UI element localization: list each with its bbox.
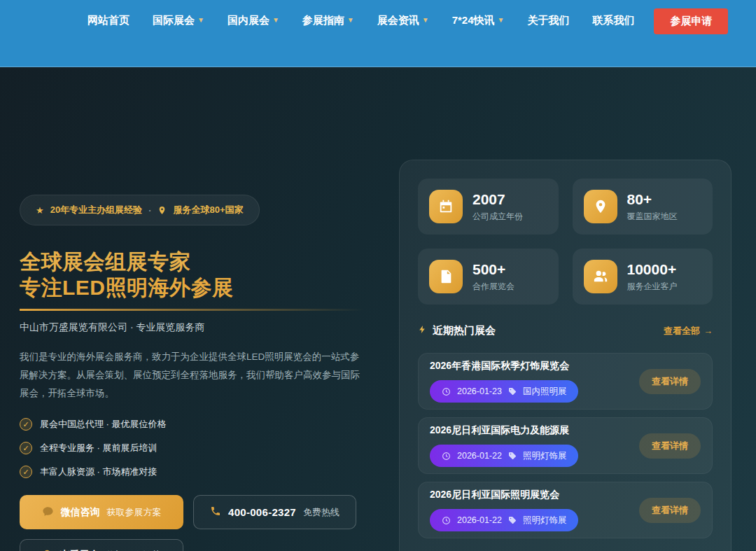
wechat-consult-button[interactable]: 微信咨询 获取参展方案	[20, 495, 183, 529]
stat-card-clients: 10000+ 服务企业客户	[573, 249, 713, 305]
chevron-down-icon: ▼	[272, 17, 279, 24]
bullet-text: 全程专业服务 · 展前展后培训	[40, 442, 158, 454]
title-line-1: 全球展会组展专家	[20, 249, 365, 274]
experience-badge: ★ 20年专业主办组展经验 · 服务全球80+国家	[20, 195, 260, 225]
expo-list: 2026年香港国际秋季灯饰展览会 2026-01-23 国内照明展 查看详情 2…	[418, 353, 713, 538]
page-title: 全球展会组展专家 专注LED照明海外参展	[20, 249, 365, 300]
view-details-button[interactable]: 查看详情	[639, 433, 701, 459]
nav-item-label: 联系我们	[592, 14, 634, 27]
stat-text: 500+ 合作展览会	[472, 261, 514, 293]
nav-item-label: 关于我们	[527, 14, 569, 27]
company-subtitle: 中山市万盛展览有限公司 · 专业展览服务商	[20, 321, 365, 334]
nav-item-label: 网站首页	[88, 14, 130, 27]
stat-card-founded: 2007 公司成立年份	[418, 179, 559, 235]
stat-text: 10000+ 服务企业客户	[627, 261, 678, 293]
stat-value: 2007	[472, 191, 523, 208]
lightning-icon	[418, 324, 427, 337]
tag-icon	[508, 387, 517, 396]
hotline-button[interactable]: 400-006-2327 免费热线	[193, 495, 356, 529]
expo-meta-pill: 2026-01-23 国内照明展	[430, 380, 578, 403]
location-pin-icon	[158, 206, 167, 215]
nav-item-exhibitor-guide[interactable]: 参展指南▼	[302, 14, 354, 27]
badge-experience-text: 20年专业主办组展经验	[50, 204, 142, 216]
hero-section: ★ 20年专业主办组展经验 · 服务全球80+国家 全球展会组展专家 专注LED…	[0, 67, 756, 551]
check-icon: ✓	[20, 466, 32, 478]
expo-info: 2026尼日利亚国际照明展览会 2026-01-22 照明灯饰展	[430, 489, 578, 531]
chevron-down-icon: ▼	[347, 17, 354, 24]
hero-actions: 微信咨询 获取参展方案 400-006-2327 免费热线	[20, 495, 365, 529]
hero-left-column: ★ 20年专业主办组展经验 · 服务全球80+国家 全球展会组展专家 专注LED…	[20, 195, 365, 551]
info-panel: 2007 公司成立年份 80+ 覆盖国家地区 500+ 合作展览会	[399, 160, 732, 551]
nav-links: 网站首页 国际展会▼ 国内展会▼ 参展指南▼ 展会资讯▼ 7*24快讯▼ 关于我…	[88, 8, 634, 32]
expo-list-item[interactable]: 2026年香港国际秋季灯饰展览会 2026-01-23 国内照明展 查看详情	[418, 353, 713, 410]
feature-bullet: ✓ 全程专业服务 · 展前展后培训	[20, 442, 365, 454]
view-details-button[interactable]: 查看详情	[639, 498, 701, 523]
view-details-button[interactable]: 查看详情	[639, 369, 701, 394]
stat-value: 500+	[472, 261, 514, 278]
check-icon: ✓	[20, 442, 32, 454]
hero-description: 我们是专业的海外展会服务商，致力于为企业提供全球LED照明展览会的一站式参展解决…	[20, 348, 365, 403]
nav-item-domestic-expo[interactable]: 国内展会▼	[227, 14, 279, 27]
feature-bullet: ✓ 丰富人脉资源 · 市场精准对接	[20, 466, 365, 478]
feature-bullet: ✓ 展会中国总代理 · 最优展位价格	[20, 418, 365, 431]
calendar-icon	[429, 190, 463, 223]
expo-title: 2026尼日利亚国际照明展览会	[430, 489, 578, 501]
stat-label: 覆盖国家地区	[627, 211, 678, 223]
feature-bullets: ✓ 展会中国总代理 · 最优展位价格 ✓ 全程专业服务 · 展前展后培训 ✓ 丰…	[20, 418, 365, 478]
arrow-right-icon: →	[704, 326, 713, 336]
stat-card-countries: 80+ 覆盖国家地区	[573, 179, 713, 235]
apply-exhibit-button[interactable]: 参展申请	[654, 8, 728, 34]
wechat-icon	[42, 505, 54, 519]
phone-icon	[210, 505, 221, 519]
browse-expos-button[interactable]: 查看展会 热门展会推荐	[20, 539, 183, 551]
stat-text: 80+ 覆盖国家地区	[627, 191, 678, 223]
top-navbar: 网站首页 国际展会▼ 国内展会▼ 参展指南▼ 展会资讯▼ 7*24快讯▼ 关于我…	[0, 0, 756, 67]
nav-item-724-news[interactable]: 7*24快讯▼	[452, 14, 505, 27]
tag-icon	[508, 452, 517, 460]
hot-expos-header: 近期热门展会 查看全部 →	[418, 324, 713, 337]
check-icon: ✓	[20, 418, 32, 431]
stat-card-expos: 500+ 合作展览会	[418, 249, 559, 305]
clock-icon	[442, 387, 451, 396]
wechat-button-sub: 获取参展方案	[107, 506, 162, 519]
view-all-link[interactable]: 查看全部 →	[664, 325, 713, 337]
expo-list-item[interactable]: 2026尼日利亚国际照明展览会 2026-01-22 照明灯饰展 查看详情	[418, 482, 713, 538]
stat-text: 2007 公司成立年份	[472, 191, 523, 223]
nav-item-expo-news[interactable]: 展会资讯▼	[377, 14, 429, 27]
chevron-down-icon: ▼	[197, 17, 204, 24]
view-all-label: 查看全部	[664, 325, 700, 337]
nav-item-international-expo[interactable]: 国际展会▼	[153, 14, 204, 27]
wechat-button-label: 微信咨询	[61, 506, 100, 519]
hot-expos-title-group: 近期热门展会	[418, 324, 496, 337]
nav-item-home[interactable]: 网站首页	[88, 14, 130, 27]
stat-label: 合作展览会	[472, 281, 514, 293]
hotline-sub: 免费热线	[303, 506, 340, 519]
tag-icon	[508, 516, 517, 524]
star-icon: ★	[36, 205, 44, 216]
expo-list-item[interactable]: 2026尼日利亚国际电力及能源展 2026-01-22 照明灯饰展 查看详情	[418, 417, 713, 474]
expo-category: 照明灯饰展	[523, 515, 567, 526]
stats-grid: 2007 公司成立年份 80+ 覆盖国家地区 500+ 合作展览会	[418, 179, 713, 305]
expo-date: 2026-01-23	[457, 386, 502, 396]
expo-info: 2026年香港国际秋季灯饰展览会 2026-01-23 国内照明展	[430, 360, 578, 403]
title-underline-divider	[20, 309, 364, 311]
nav-item-label: 参展指南	[302, 14, 344, 27]
section-title: 近期热门展会	[433, 324, 496, 337]
expo-title: 2026尼日利亚国际电力及能源展	[430, 424, 578, 437]
nav-item-contact-us[interactable]: 联系我们	[592, 14, 634, 27]
expo-date: 2026-01-22	[457, 515, 502, 525]
stat-label: 公司成立年份	[472, 211, 523, 223]
nav-item-label: 国际展会	[153, 14, 195, 27]
badge-coverage-text: 服务全球80+国家	[173, 204, 243, 216]
expo-meta-pill: 2026-01-22 照明灯饰展	[430, 445, 578, 467]
expo-category: 国内照明展	[523, 386, 567, 398]
hotline-number: 400-006-2327	[228, 506, 296, 518]
bullet-text: 丰富人脉资源 · 市场精准对接	[40, 466, 158, 478]
expo-date: 2026-01-22	[457, 451, 502, 461]
expo-category: 照明灯饰展	[523, 450, 567, 462]
title-line-2: 专注LED照明海外参展	[20, 274, 365, 300]
expo-info: 2026尼日利亚国际电力及能源展 2026-01-22 照明灯饰展	[430, 424, 578, 467]
clock-icon	[442, 516, 451, 525]
nav-item-about-us[interactable]: 关于我们	[527, 14, 569, 27]
stat-value: 80+	[627, 191, 678, 208]
